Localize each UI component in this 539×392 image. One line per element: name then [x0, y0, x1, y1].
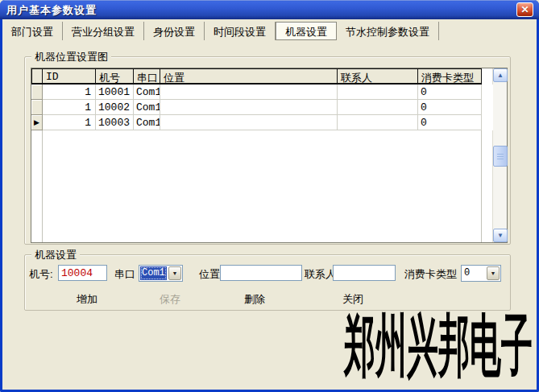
com-port-label: 串口 — [114, 267, 135, 282]
cell-card-type: 0 — [418, 115, 482, 130]
chevron-down-glyph: ▼ — [491, 270, 496, 276]
cell-contact — [338, 115, 418, 130]
tab-machine-settings[interactable]: 机器设置 — [276, 22, 337, 40]
com-port-selected-value: Com1 — [140, 266, 167, 280]
cell-com-port: Com1 — [134, 100, 160, 115]
dialog-window: 用户基本参数设置 ✕ 部门设置 营业分组设置 身份设置 时间段设置 机器设置 节… — [0, 0, 539, 392]
table-row-current[interactable]: ▶ 1 10003 Com1 0 — [31, 115, 493, 130]
cell-location — [160, 100, 338, 115]
com-port-dropdown-button[interactable]: ▼ — [168, 266, 181, 280]
card-type-label: 消费卡类型 — [404, 267, 457, 282]
column-header-contact: 联系人 — [338, 68, 418, 85]
tab-business-group-settings[interactable]: 营业分组设置 — [63, 22, 144, 40]
column-header-card-type: 消费卡类型 — [418, 68, 482, 85]
machine-settings-group-title: 机器设置 — [31, 248, 80, 262]
close-icon: ✕ — [520, 5, 529, 14]
column-header-location: 位置 — [160, 68, 338, 85]
table-row[interactable]: 1 10002 Com1 0 — [31, 100, 493, 115]
card-type-selected-value: 0 — [462, 266, 485, 280]
column-header-com-port: 串口 — [134, 68, 160, 85]
cell-machine-no: 10002 — [96, 100, 134, 115]
column-header-machine-no: 机号 — [96, 68, 134, 85]
contact-label: 联系人 — [305, 267, 336, 282]
tab-department-settings[interactable]: 部门设置 — [2, 22, 63, 40]
delete-button[interactable]: 删除 — [244, 292, 265, 307]
cell-card-type: 0 — [418, 100, 482, 115]
cell-id: 1 — [43, 115, 96, 130]
title-bar: 用户基本参数设置 ✕ — [0, 0, 539, 19]
cell-contact — [338, 85, 418, 100]
scrollbar-thumb[interactable] — [493, 146, 508, 167]
machine-no-input[interactable] — [58, 265, 107, 281]
location-input[interactable] — [220, 265, 302, 281]
contact-input[interactable] — [333, 265, 396, 281]
close-dialog-button[interactable]: 关闭 — [342, 292, 363, 307]
machine-grid-body: ID 机号 串口 位置 联系人 消费卡类型 1 10001 Com1 0 1 1… — [31, 68, 493, 242]
card-type-select[interactable]: 0 ▼ — [461, 265, 501, 282]
chevron-down-icon: ▼ — [172, 270, 178, 276]
tab-identity-settings[interactable]: 身份设置 — [144, 22, 205, 40]
cell-com-port: Com1 — [134, 85, 160, 100]
scroll-up-icon: ▲ — [497, 72, 504, 79]
grid-corner-cell — [31, 68, 43, 85]
scroll-up-button[interactable]: ▲ — [493, 68, 508, 82]
add-button[interactable]: 增加 — [77, 292, 97, 307]
vendor-watermark: 郑州兴邦电子 — [344, 312, 536, 392]
cell-id: 1 — [43, 85, 96, 100]
cell-machine-no: 10001 — [96, 85, 134, 100]
tab-bar: 部门设置 营业分组设置 身份设置 时间段设置 机器设置 节水控制参数设置 — [2, 22, 439, 40]
scroll-down-icon: ▼ — [497, 232, 504, 239]
tab-time-period-settings[interactable]: 时间段设置 — [205, 22, 276, 40]
machine-position-group-title: 机器位置设置图 — [31, 50, 111, 64]
close-button[interactable]: ✕ — [516, 2, 533, 17]
scroll-down-button[interactable]: ▼ — [493, 229, 508, 242]
window-title: 用户基本参数设置 — [6, 3, 97, 18]
cell-com-port: Com1 — [134, 115, 160, 130]
location-label: 位置 — [199, 267, 220, 282]
row-selector[interactable]: ▶ — [31, 115, 43, 130]
com-port-select[interactable]: Com1 ▼ — [139, 265, 183, 282]
column-header-id: ID — [43, 68, 96, 85]
tab-water-saving-settings[interactable]: 节水控制参数设置 — [337, 22, 439, 40]
cell-location — [160, 115, 338, 130]
grid-header-row: ID 机号 串口 位置 联系人 消费卡类型 — [31, 68, 493, 85]
cell-card-type: 0 — [418, 85, 482, 100]
machine-no-label: 机号: — [29, 267, 53, 282]
cell-contact — [338, 100, 418, 115]
cell-id: 1 — [43, 100, 96, 115]
cell-machine-no: 10003 — [96, 115, 134, 130]
table-row[interactable]: 1 10001 Com1 0 — [31, 85, 493, 100]
row-selector[interactable] — [31, 85, 43, 100]
vertical-scrollbar[interactable]: ▲ ▼ — [492, 68, 507, 242]
save-button[interactable]: 保存 — [160, 292, 180, 307]
machine-grid: ID 机号 串口 位置 联系人 消费卡类型 1 10001 Com1 0 1 1… — [31, 68, 508, 243]
cell-location — [160, 85, 338, 100]
row-selector[interactable] — [31, 100, 43, 115]
chevron-down-icon[interactable]: ▼ — [487, 266, 500, 280]
current-row-icon: ▶ — [34, 119, 39, 126]
